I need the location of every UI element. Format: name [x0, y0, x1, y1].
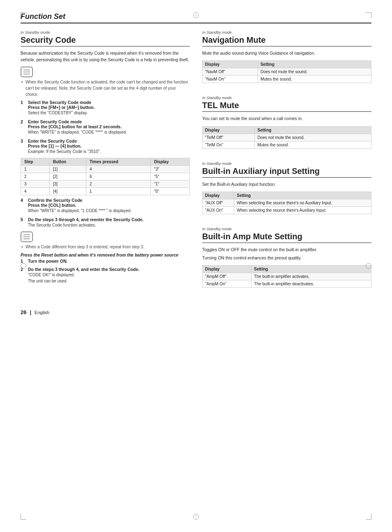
table-cell: Mutes the sound.: [258, 76, 371, 83]
step-2-desc: When "WRITE" is displayed, "CODE ****" i…: [28, 129, 190, 135]
security-code-title: Security Code: [21, 35, 190, 44]
step-4-desc: When "WRITE" is displayed, "1 CODE **** …: [28, 208, 190, 214]
note-icon-1: [21, 67, 190, 78]
security-standby-label: In Standby mode: [21, 30, 190, 35]
table-cell: Mutes the sound.: [255, 141, 371, 148]
note-text-1: When the Security Code function is activ…: [21, 79, 190, 97]
reset-heading: Press the Reset button and when it's rem…: [21, 252, 190, 257]
table-cell: "TelM On": [203, 141, 255, 148]
step-3: 3 Enter the Security Code Press the [1] …: [21, 139, 190, 155]
content-area: In Standby mode Security Code Because au…: [21, 30, 371, 297]
table-cell: 1: [86, 187, 150, 195]
amp-col-setting: Setting: [251, 266, 371, 273]
section-nav-mute: In Standby mode Navigation Mute Mute the…: [202, 30, 371, 83]
target-mark-bottom: [193, 514, 199, 520]
table-cell: Does not mute the sound.: [258, 68, 371, 76]
table-cell: "AUX Off": [203, 199, 234, 206]
security-code-body: Because authorization by the Security Co…: [21, 50, 190, 63]
tel-col-display: Display: [203, 126, 255, 134]
table-cell: "1": [150, 180, 189, 187]
reset-step-1-title: Turn the power ON.: [28, 259, 190, 264]
aux-rule: [202, 177, 371, 178]
table-cell: [1]: [49, 165, 86, 173]
table-cell: 1: [21, 165, 50, 173]
note-text-2: When a Code different from step 3 is ent…: [21, 244, 190, 250]
nav-col-display: Display: [203, 61, 258, 68]
reset-steps: 1 Turn the power ON. 2 Do the steps 3 th…: [21, 259, 190, 284]
step-1-title: Select the Security Code mode: [28, 100, 190, 105]
step-4: 4 Confirm the Security Code Press the [C…: [21, 198, 190, 214]
left-column: In Standby mode Security Code Because au…: [21, 30, 190, 297]
table-cell: "AmpM Off": [203, 273, 251, 280]
table-cell: The built-in amplifier deactivates.: [251, 280, 371, 288]
footer-separator: |: [30, 309, 31, 315]
note-icon-2: [21, 231, 190, 243]
amp-mute-table: Display Setting "AmpM Off"The built-in a…: [202, 265, 371, 288]
reset-step-2-desc: "CODE OK!" is displayed. The unit can be…: [28, 272, 190, 284]
nav-mute-table: Display Setting "NavM Off"Does not mute …: [202, 60, 371, 83]
target-mark-right: [366, 263, 371, 269]
tel-col-setting: Setting: [255, 126, 371, 134]
aux-col-setting: Setting: [234, 192, 371, 199]
aux-col-display: Display: [203, 192, 234, 199]
table-cell: [3]: [49, 180, 86, 187]
col-times: Times pressed: [86, 158, 150, 165]
reset-step-1: 1 Turn the power ON.: [21, 259, 190, 264]
steps-4-5: 4 Confirm the Security Code Press the [C…: [21, 198, 190, 228]
col-button: Button: [49, 158, 86, 165]
step-5-title: Do the steps 3 through 4, and reenter th…: [28, 217, 190, 222]
tel-mute-rule: [202, 111, 371, 112]
corner-mark-br: [366, 514, 371, 520]
table-cell: "TelM Off": [203, 134, 255, 141]
steps-1-3: 1 Select the Security Code mode Press th…: [21, 100, 190, 155]
right-column: In Standby mode Navigation Mute Mute the…: [202, 30, 371, 297]
step3-table: Step Button Times pressed Display 1[1]4"…: [21, 158, 190, 195]
nav-mute-body: Mute the audio sound during Voice Guidan…: [202, 50, 371, 56]
col-display: Display: [150, 158, 189, 165]
tel-standby-label: In Standby mode: [202, 95, 371, 100]
amp-mute-title: Built-in Amp Mute Setting: [202, 232, 371, 241]
amp-mute-rule: [202, 243, 371, 243]
step-2: 2 Enter Security Code mode Press the [CO…: [21, 119, 190, 135]
nav-mute-rule: [202, 46, 371, 46]
step-4-title: Confirm the Security Code: [28, 198, 190, 203]
step-2-title: Enter Security Code mode: [28, 119, 190, 124]
tel-mute-body: You can set to mute the sound when a cal…: [202, 115, 371, 122]
nav-col-setting: Setting: [258, 61, 371, 68]
header-rule: [21, 23, 371, 23]
section-aux-input: In Standby mode Built-in Auxiliary input…: [202, 161, 371, 214]
table-cell: "5": [150, 173, 189, 180]
table-cell: The built-in amplifier activates.: [251, 273, 371, 280]
table-cell: "AmpM On": [203, 280, 251, 288]
table-cell: 4: [86, 165, 150, 173]
step-3-desc: Example: If the Security Code is "3510".: [28, 148, 190, 155]
section-amp-mute: In Standby mode Built-in Amp Mute Settin…: [202, 227, 371, 288]
security-code-rule: [21, 46, 190, 46]
table-cell: 3: [21, 180, 50, 187]
step-2-subtitle: Press the [COL] button for at least 2 se…: [28, 124, 190, 129]
corner-mark-bl: [21, 514, 26, 520]
step-5: 5 Do the steps 3 through 4, and reenter …: [21, 217, 190, 228]
aux-table: Display Setting "AUX Off"When selecting …: [202, 192, 371, 214]
step-1: 1 Select the Security Code mode Press th…: [21, 100, 190, 116]
table-cell: 4: [21, 187, 50, 195]
step-1-desc: Select the "CODESTBY" display.: [28, 110, 190, 116]
table-cell: When selecting the source there's no Aux…: [234, 199, 371, 206]
nav-standby-label: In Standby mode: [202, 30, 371, 35]
target-mark-left: [21, 263, 26, 269]
page-footer: 26 | English: [21, 309, 371, 315]
nav-mute-title: Navigation Mute: [202, 35, 371, 44]
aux-body: Set the Built-in Auxiliary Input functio…: [202, 181, 371, 187]
page-number: 26: [21, 309, 26, 315]
col-step: Step: [21, 158, 50, 165]
tel-mute-title: TEL Mute: [202, 101, 371, 110]
section-tel-mute: In Standby mode TEL Mute You can set to …: [202, 95, 371, 148]
amp-mute-body2: Turning ON this control enhances the pre…: [202, 254, 371, 261]
reset-step-2: 2 Do the steps 3 through 4, and enter th…: [21, 267, 190, 284]
amp-mute-body1: Toggles ON or OFF the mute control on th…: [202, 246, 371, 253]
table-cell: "NavM On": [203, 76, 258, 83]
table-cell: "0": [150, 187, 189, 195]
step-4-subtitle: Press the [COL] button.: [28, 203, 190, 208]
aux-standby-label: In Standby mode: [202, 161, 371, 166]
table-cell: [4]: [49, 187, 86, 195]
